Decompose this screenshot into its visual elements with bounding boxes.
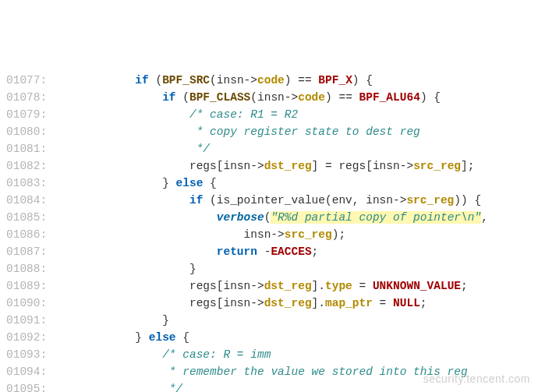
line-number: 01090: — [6, 297, 47, 309]
line-number: 01081: — [6, 143, 47, 155]
token-mem: src_reg — [285, 228, 332, 241]
code-line: 01081: */ — [6, 140, 532, 157]
line-number: 01079: — [6, 108, 47, 121]
line-number: 01093: — [6, 348, 47, 361]
code-line: 01083: } else { — [6, 175, 532, 192]
token-d: ( — [149, 74, 162, 87]
code-line: 01086: insn->src_reg); — [6, 226, 532, 243]
token-mem: dst_reg — [264, 160, 312, 172]
line-number: 01092: — [6, 331, 47, 344]
token-hl: "R%d partial copy of pointer\n" — [271, 211, 481, 224]
token-cm: */ — [196, 143, 210, 155]
token-fn: verbose — [217, 211, 264, 224]
token-kw: if — [162, 91, 175, 104]
line-number: 01077: — [6, 74, 47, 87]
line-number: 01078: — [6, 91, 47, 104]
token-d: (insn-> — [210, 74, 257, 87]
token-d: , — [481, 211, 488, 224]
token-d: ) { — [420, 91, 441, 104]
line-number: 01087: — [6, 245, 47, 258]
token-d: ) == — [325, 91, 359, 104]
token-mem: src_reg — [406, 194, 454, 207]
watermark: security.tencent.com — [423, 370, 530, 387]
token-enum: BPF_ALU64 — [359, 91, 420, 104]
token-kw: if — [189, 194, 203, 207]
token-d: ]. — [312, 297, 325, 309]
token-d: ; — [312, 245, 319, 258]
code-line: 01085: verbose("R%d partial copy of poin… — [6, 209, 532, 226]
line-number: 01083: — [6, 177, 47, 189]
code-line: 01090: regs[insn->dst_reg].map_ptr = NUL… — [6, 295, 532, 312]
token-d: regs[insn-> — [189, 297, 264, 309]
line-number: 01080: — [6, 125, 47, 138]
token-mac: BPF_SRC — [162, 74, 210, 87]
token-d: } — [162, 177, 175, 189]
code-line: 01088: } — [6, 260, 532, 277]
token-d: ) { — [352, 74, 373, 87]
code-line: 01084: if (is_pointer_value(env, insn->s… — [6, 192, 532, 209]
code-line: 01089: regs[insn->dst_reg].type = UNKNOW… — [6, 277, 532, 295]
token-d: regs[insn-> — [189, 280, 264, 292]
token-d: ( — [176, 91, 189, 104]
token-mem: code — [257, 74, 285, 87]
code-line: 01082: regs[insn->dst_reg] = regs[insn->… — [6, 157, 532, 175]
line-number: 01084: — [6, 194, 47, 207]
code-block: 01077: if (BPF_SRC(insn->code) == BPF_X)… — [6, 72, 532, 392]
token-kw: else — [149, 331, 176, 344]
token-d: insn-> — [244, 228, 285, 241]
token-kw: else — [176, 177, 204, 189]
token-d: } — [162, 314, 169, 327]
code-line: 01077: if (BPF_SRC(insn->code) == BPF_X)… — [6, 72, 532, 89]
token-d: = — [352, 280, 373, 292]
token-d: (is_pointer_value(env, insn-> — [203, 194, 406, 207]
code-line: 01087: return -EACCES; — [6, 243, 532, 260]
line-number: 01085: — [6, 211, 47, 224]
token-mem: code — [298, 91, 325, 104]
token-d: ]. — [312, 280, 325, 292]
token-d: ]; — [461, 160, 474, 172]
token-cm: /* case: R1 = R2 — [189, 108, 298, 121]
token-enum: NULL — [393, 297, 420, 309]
token-d: ; — [420, 297, 427, 309]
code-line: 01078: if (BPF_CLASS(insn->code) == BPF_… — [6, 89, 532, 106]
token-kw: if — [135, 74, 148, 87]
token-d: ; — [461, 280, 468, 292]
token-d: } — [135, 331, 148, 344]
token-d: ); — [332, 228, 345, 241]
token-mac: BPF_CLASS — [189, 91, 250, 104]
token-d: { — [176, 331, 189, 344]
line-number: 01088: — [6, 263, 47, 275]
token-d: = — [373, 297, 393, 309]
token-mem: dst_reg — [264, 297, 312, 309]
line-number: 01094: — [6, 366, 47, 378]
token-d: } — [189, 263, 196, 275]
token-d: regs[insn-> — [189, 160, 264, 172]
code-line: 01091: } — [6, 312, 532, 329]
token-d: ) == — [285, 74, 319, 87]
code-line: 01080: * copy register state to dest reg — [6, 123, 532, 140]
line-number: 01095: — [6, 383, 47, 392]
token-d: ] = regs[insn-> — [312, 160, 414, 172]
token-mem: src_reg — [413, 160, 461, 172]
token-d: { — [203, 177, 216, 189]
code-line: 01093: /* case: R = imm — [6, 346, 532, 363]
token-enum: EACCES — [271, 245, 311, 258]
line-number: 01089: — [6, 280, 47, 292]
token-kw: return — [217, 245, 257, 258]
code-line: 01079: /* case: R1 = R2 — [6, 106, 532, 123]
token-cm: */ — [169, 383, 182, 392]
code-line: 01092: } else { — [6, 329, 532, 346]
line-number: 01091: — [6, 314, 47, 327]
token-mem: map_ptr — [325, 297, 373, 309]
token-cm: /* case: R = imm — [162, 348, 271, 361]
token-cm: * copy register state to dest reg — [196, 125, 420, 138]
token-d: - — [257, 245, 271, 258]
line-number: 01086: — [6, 228, 47, 241]
token-mem: dst_reg — [264, 280, 312, 292]
token-mem: type — [325, 280, 352, 292]
token-enum: BPF_X — [318, 74, 352, 87]
token-enum: UNKNOWN_VALUE — [373, 280, 461, 292]
line-number: 01082: — [6, 160, 47, 172]
token-d: (insn-> — [250, 91, 298, 104]
token-d: )) { — [454, 194, 481, 207]
